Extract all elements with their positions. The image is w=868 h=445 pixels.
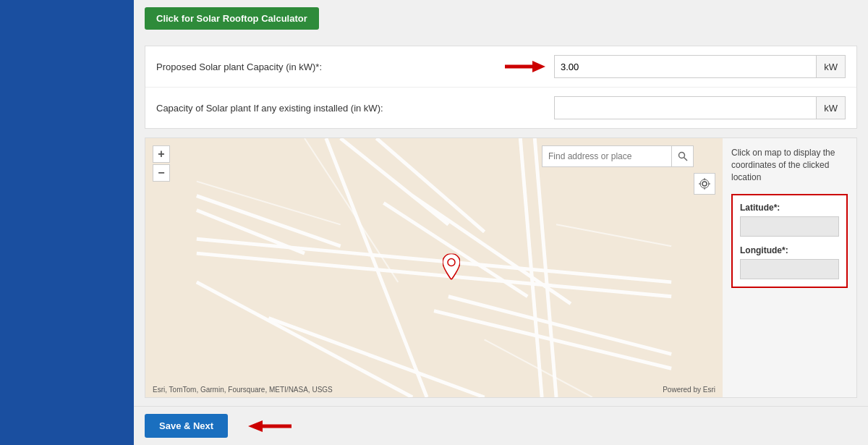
save-next-button[interactable]: Save & Next: [145, 414, 228, 438]
svg-marker-32: [248, 420, 263, 432]
map-locate-button[interactable]: [694, 173, 715, 195]
content-area: Click for Solar Rooftop Calculator Propo…: [134, 0, 868, 406]
proposed-capacity-label: Proposed Solar plant Capacity (in kW)*:: [156, 62, 496, 72]
footer-left-arrow-icon: [242, 416, 293, 436]
latitude-label: Latitude*:: [740, 203, 839, 213]
existing-capacity-unit: kW: [817, 96, 846, 119]
map-pin: [443, 254, 460, 282]
right-arrow-icon: [503, 56, 547, 77]
sidebar: [0, 0, 134, 445]
calculator-button[interactable]: Click for Solar Rooftop Calculator: [145, 7, 319, 30]
proposed-capacity-input[interactable]: [554, 55, 817, 78]
zoom-out-button[interactable]: −: [153, 164, 170, 182]
proposed-capacity-unit: kW: [817, 55, 846, 78]
svg-point-22: [678, 153, 684, 158]
form-section: Proposed Solar plant Capacity (in kW)*: …: [145, 46, 857, 129]
map-powered: Powered by Esri: [663, 386, 715, 394]
longitude-label: Longitude*:: [740, 245, 839, 255]
svg-line-23: [684, 158, 687, 161]
map-controls: + −: [153, 145, 170, 183]
locate-icon: [699, 178, 710, 190]
map-search: [542, 145, 694, 167]
existing-capacity-input-group: kW: [554, 96, 846, 119]
svg-point-24: [702, 182, 707, 186]
map-pin-icon: [443, 254, 460, 280]
map-search-input[interactable]: [542, 145, 672, 167]
map-container[interactable]: + −: [145, 138, 723, 397]
existing-capacity-row: Capacity of Solar plant If any existing …: [145, 88, 856, 128]
latitude-input[interactable]: [740, 216, 839, 237]
coord-hint: Click on map to display the coordinates …: [731, 147, 848, 183]
svg-marker-1: [532, 61, 545, 72]
zoom-in-button[interactable]: +: [153, 145, 170, 163]
map-attribution: Esri, TomTom, Garmin, Foursquare, METI/N…: [153, 386, 333, 394]
existing-capacity-label: Capacity of Solar plant If any existing …: [156, 103, 496, 114]
proposed-arrow-area: [496, 56, 554, 77]
proposed-capacity-input-group: kW: [554, 55, 846, 78]
map-section: + −: [145, 137, 857, 398]
search-icon: [678, 151, 688, 161]
map-roads: [145, 138, 723, 397]
existing-capacity-input[interactable]: [554, 96, 817, 119]
proposed-capacity-row: Proposed Solar plant Capacity (in kW)*: …: [145, 46, 856, 88]
svg-point-25: [700, 179, 709, 188]
coordinate-panel: Click on map to display the coordinates …: [723, 138, 856, 397]
map-search-button[interactable]: [672, 145, 694, 167]
longitude-input[interactable]: [740, 259, 839, 279]
svg-rect-2: [197, 138, 671, 397]
footer-bar: Save & Next: [134, 406, 868, 445]
coord-box: Latitude*: Longitude*:: [731, 194, 848, 288]
main-content: Click for Solar Rooftop Calculator Propo…: [134, 0, 868, 445]
